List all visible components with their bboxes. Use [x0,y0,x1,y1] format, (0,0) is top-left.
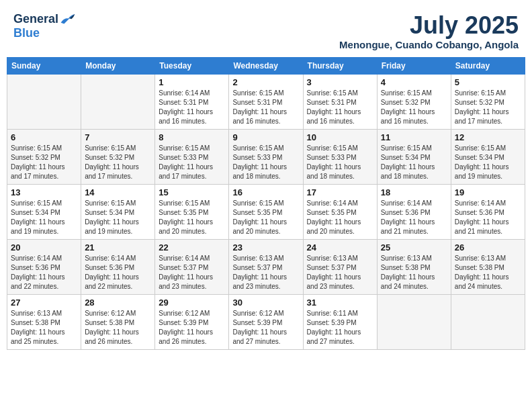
calendar-cell: 2Sunrise: 6:15 AMSunset: 5:31 PMDaylight… [229,74,303,129]
calendar-cell: 3Sunrise: 6:15 AMSunset: 5:31 PMDaylight… [303,74,377,129]
calendar-cell: 8Sunrise: 6:15 AMSunset: 5:33 PMDaylight… [155,129,229,184]
day-number: 26 [455,242,521,253]
day-number: 5 [455,77,521,87]
calendar-cell: 7Sunrise: 6:15 AMSunset: 5:32 PMDaylight… [81,129,155,184]
day-number: 30 [232,298,299,308]
calendar-cell: 11Sunrise: 6:15 AMSunset: 5:34 PMDayligh… [377,129,451,184]
day-info: Sunrise: 6:14 AMSunset: 5:36 PMDaylight:… [85,254,151,291]
week-row-3: 13Sunrise: 6:15 AMSunset: 5:34 PMDayligh… [7,184,525,239]
day-info: Sunrise: 6:14 AMSunset: 5:36 PMDaylight:… [11,254,77,291]
day-number: 10 [307,132,373,142]
day-number: 11 [381,132,447,142]
calendar-cell: 20Sunrise: 6:14 AMSunset: 5:36 PMDayligh… [7,239,81,294]
day-number: 25 [381,242,447,253]
week-row-2: 6Sunrise: 6:15 AMSunset: 5:32 PMDaylight… [7,129,525,184]
day-info: Sunrise: 6:15 AMSunset: 5:35 PMDaylight:… [159,199,225,236]
calendar-cell: 15Sunrise: 6:15 AMSunset: 5:35 PMDayligh… [155,184,229,239]
day-info: Sunrise: 6:15 AMSunset: 5:32 PMDaylight:… [381,89,447,126]
calendar-cell: 12Sunrise: 6:15 AMSunset: 5:34 PMDayligh… [451,129,525,184]
day-info: Sunrise: 6:15 AMSunset: 5:33 PMDaylight:… [232,144,299,181]
day-number: 6 [11,132,77,142]
calendar-cell: 26Sunrise: 6:13 AMSunset: 5:38 PMDayligh… [451,239,525,294]
week-row-1: 1Sunrise: 6:14 AMSunset: 5:31 PMDaylight… [7,74,525,129]
day-info: Sunrise: 6:13 AMSunset: 5:38 PMDaylight:… [455,254,521,291]
header: General Blue July 2025 Menongue, Cuando … [7,7,525,53]
day-number: 19 [455,187,521,197]
weekday-header-sunday: Sunday [7,57,81,74]
calendar-cell: 1Sunrise: 6:14 AMSunset: 5:31 PMDaylight… [155,74,229,129]
calendar-cell: 9Sunrise: 6:15 AMSunset: 5:33 PMDaylight… [229,129,303,184]
day-number: 20 [11,242,77,253]
day-info: Sunrise: 6:14 AMSunset: 5:35 PMDaylight:… [307,199,373,236]
weekday-header-row: SundayMondayTuesdayWednesdayThursdayFrid… [7,57,525,74]
day-info: Sunrise: 6:15 AMSunset: 5:33 PMDaylight:… [307,144,373,181]
calendar-cell: 29Sunrise: 6:12 AMSunset: 5:39 PMDayligh… [155,294,229,349]
day-number: 28 [85,298,151,308]
week-row-4: 20Sunrise: 6:14 AMSunset: 5:36 PMDayligh… [7,239,525,294]
calendar-cell [377,294,451,349]
calendar-cell: 25Sunrise: 6:13 AMSunset: 5:38 PMDayligh… [377,239,451,294]
day-number: 22 [159,242,225,253]
day-number: 2 [232,77,299,87]
calendar-cell: 6Sunrise: 6:15 AMSunset: 5:32 PMDaylight… [7,129,81,184]
location-title: Menongue, Cuando Cobango, Angola [339,39,519,50]
day-info: Sunrise: 6:14 AMSunset: 5:31 PMDaylight:… [159,89,225,126]
day-info: Sunrise: 6:12 AMSunset: 5:39 PMDaylight:… [159,309,225,347]
day-number: 17 [307,187,373,197]
day-info: Sunrise: 6:13 AMSunset: 5:37 PMDaylight:… [232,254,299,291]
day-info: Sunrise: 6:15 AMSunset: 5:32 PMDaylight:… [85,144,151,181]
weekday-header-monday: Monday [81,57,155,74]
calendar-cell [451,294,525,349]
day-info: Sunrise: 6:15 AMSunset: 5:34 PMDaylight:… [85,199,151,236]
day-number: 15 [159,187,225,197]
day-info: Sunrise: 6:13 AMSunset: 5:38 PMDaylight:… [381,254,447,291]
calendar-cell: 13Sunrise: 6:15 AMSunset: 5:34 PMDayligh… [7,184,81,239]
day-number: 8 [159,132,225,142]
day-info: Sunrise: 6:15 AMSunset: 5:32 PMDaylight:… [11,144,77,181]
day-info: Sunrise: 6:13 AMSunset: 5:38 PMDaylight:… [11,309,77,347]
month-title: July 2025 [339,12,519,39]
day-info: Sunrise: 6:14 AMSunset: 5:37 PMDaylight:… [159,254,225,291]
logo-blue-text: Blue [13,26,40,40]
day-number: 4 [381,77,447,87]
calendar-cell [81,74,155,129]
logo: General Blue [13,12,76,40]
logo-general-text: General [13,12,58,26]
calendar-cell: 27Sunrise: 6:13 AMSunset: 5:38 PMDayligh… [7,294,81,349]
day-info: Sunrise: 6:14 AMSunset: 5:36 PMDaylight:… [381,199,447,236]
day-info: Sunrise: 6:15 AMSunset: 5:31 PMDaylight:… [307,89,373,126]
day-number: 16 [232,187,299,197]
day-info: Sunrise: 6:15 AMSunset: 5:31 PMDaylight:… [232,89,299,126]
calendar-cell: 17Sunrise: 6:14 AMSunset: 5:35 PMDayligh… [303,184,377,239]
day-number: 12 [455,132,521,142]
calendar-table: SundayMondayTuesdayWednesdayThursdayFrid… [7,57,525,350]
calendar-cell: 31Sunrise: 6:11 AMSunset: 5:39 PMDayligh… [303,294,377,349]
calendar-cell: 30Sunrise: 6:12 AMSunset: 5:39 PMDayligh… [229,294,303,349]
calendar-cell: 4Sunrise: 6:15 AMSunset: 5:32 PMDaylight… [377,74,451,129]
day-info: Sunrise: 6:12 AMSunset: 5:38 PMDaylight:… [85,309,151,347]
day-number: 7 [85,132,151,142]
calendar-cell: 23Sunrise: 6:13 AMSunset: 5:37 PMDayligh… [229,239,303,294]
day-info: Sunrise: 6:14 AMSunset: 5:36 PMDaylight:… [455,199,521,236]
calendar-cell: 24Sunrise: 6:13 AMSunset: 5:37 PMDayligh… [303,239,377,294]
day-number: 1 [159,77,225,87]
calendar-cell: 5Sunrise: 6:15 AMSunset: 5:32 PMDaylight… [451,74,525,129]
day-info: Sunrise: 6:15 AMSunset: 5:34 PMDaylight:… [381,144,447,181]
calendar-cell: 19Sunrise: 6:14 AMSunset: 5:36 PMDayligh… [451,184,525,239]
logo-bird-icon [60,13,76,26]
calendar-cell: 10Sunrise: 6:15 AMSunset: 5:33 PMDayligh… [303,129,377,184]
week-row-5: 27Sunrise: 6:13 AMSunset: 5:38 PMDayligh… [7,294,525,349]
calendar-cell: 28Sunrise: 6:12 AMSunset: 5:38 PMDayligh… [81,294,155,349]
day-number: 18 [381,187,447,197]
day-number: 29 [159,298,225,308]
day-info: Sunrise: 6:15 AMSunset: 5:34 PMDaylight:… [455,144,521,181]
day-info: Sunrise: 6:13 AMSunset: 5:37 PMDaylight:… [307,254,373,291]
weekday-header-saturday: Saturday [451,57,525,74]
weekday-header-tuesday: Tuesday [155,57,229,74]
day-info: Sunrise: 6:12 AMSunset: 5:39 PMDaylight:… [232,309,299,347]
day-info: Sunrise: 6:15 AMSunset: 5:33 PMDaylight:… [159,144,225,181]
day-number: 31 [307,298,373,308]
day-number: 3 [307,77,373,87]
title-area: July 2025 Menongue, Cuando Cobango, Ango… [339,12,519,50]
day-number: 23 [232,242,299,253]
